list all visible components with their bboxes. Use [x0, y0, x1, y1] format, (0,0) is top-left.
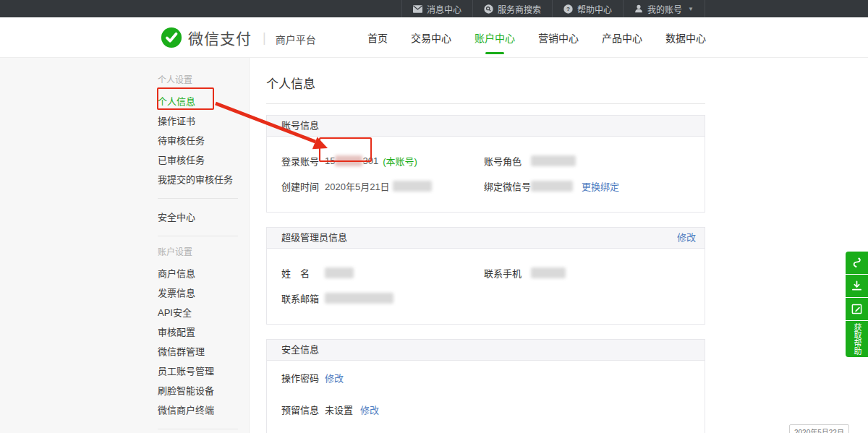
my-account-menu[interactable]: 我的账号 ▼	[623, 0, 705, 17]
section-title: 安全信息	[281, 340, 319, 360]
bound-wechat-label: 绑定微信号	[484, 179, 531, 193]
nav-home[interactable]: 首页	[366, 27, 389, 48]
wechat-pay-logo-icon	[161, 27, 182, 48]
created-date: 2020年5月21日	[325, 179, 390, 193]
link-icon	[851, 257, 862, 269]
redacted-contact-email	[325, 293, 393, 304]
topbar-item-label: 帮助中心	[577, 3, 612, 15]
nav-product-center[interactable]: 产品中心	[600, 27, 644, 48]
brand-separator: |	[263, 30, 266, 46]
sidebar-item-pending-review-tasks[interactable]: 待审核任务	[158, 131, 238, 150]
sidebar-item-operation-certificate[interactable]: 操作证书	[158, 111, 238, 131]
operation-password-label: 操作密码	[281, 372, 325, 385]
svg-text:?: ?	[566, 6, 570, 12]
nav-transaction-center[interactable]: 交易中心	[409, 27, 453, 48]
redacted-contact-phone	[531, 267, 566, 278]
current-account-tag: (本账号)	[383, 154, 417, 168]
redacted-login-middle	[335, 155, 362, 166]
quick-link-button[interactable]	[846, 252, 868, 274]
sidebar-item-wechat-group-management[interactable]: 微信群管理	[158, 342, 238, 361]
change-binding-link[interactable]: 更换绑定	[582, 179, 619, 193]
contact-email-label: 联系邮箱	[281, 291, 325, 305]
main-nav: 首页 交易中心 账户中心 营销中心 产品中心 数据中心	[366, 17, 707, 58]
service-provider-search-button[interactable]: 服务商搜索	[472, 0, 552, 17]
brand-name: 微信支付	[188, 27, 252, 48]
get-help-button[interactable]: 获取帮助	[846, 321, 868, 357]
download-button[interactable]	[846, 275, 868, 297]
header: 微信支付 | 商户平台 首页 交易中心 账户中心 营销中心 产品中心 数据中心	[0, 17, 868, 58]
page-title: 个人信息	[266, 74, 705, 92]
super-admin-section: 超级管理员信息 修改 姓 名 联系手机	[266, 227, 705, 325]
login-account-prefix: 15	[325, 155, 335, 166]
main-content: 个人信息 账号信息 登录账号 15301 (本账号)	[250, 58, 868, 433]
account-role-label: 账号角色	[484, 154, 531, 168]
brand[interactable]: 微信支付 | 商户平台	[161, 27, 316, 48]
title-divider	[266, 103, 705, 104]
get-help-label: 获取帮助	[846, 323, 868, 355]
sidebar-group-personal-settings: 个人设置	[158, 73, 238, 85]
section-title: 超级管理员信息	[281, 228, 347, 248]
reserved-info-label: 预留信息	[281, 404, 325, 417]
user-icon	[634, 4, 643, 13]
date-chip: 2020年5月22日	[789, 424, 849, 433]
sidebar-group-account-settings: 账户设置	[158, 245, 238, 257]
portal-name: 商户平台	[276, 30, 316, 46]
topbar-item-label: 服务商搜索	[498, 3, 541, 15]
topbar: 消息中心 服务商搜索 ? 帮助中心 我的账号 ▼	[0, 0, 868, 17]
redacted-account-role	[531, 155, 576, 166]
reserved-info-status: 未设置	[325, 404, 353, 417]
section-title: 账号信息	[281, 116, 319, 136]
edit-password-link[interactable]: 修改	[325, 372, 344, 385]
sidebar-item-security-center[interactable]: 安全中心	[158, 207, 238, 227]
nav-marketing-center[interactable]: 营销中心	[537, 27, 580, 48]
login-account-label: 登录账号	[281, 154, 325, 168]
sidebar-item-face-smart-device[interactable]: 刷脸智能设备	[158, 381, 238, 400]
edit-icon	[851, 304, 862, 314]
created-time-label: 创建时间	[281, 179, 325, 193]
help-icon: ?	[563, 4, 573, 14]
redacted-created-detail	[393, 181, 432, 192]
edit-admin-link[interactable]: 修改	[677, 228, 696, 248]
nav-data-center[interactable]: 数据中心	[664, 27, 707, 48]
edit-reserved-info-link[interactable]: 修改	[360, 404, 379, 417]
sidebar-divider	[158, 198, 238, 199]
mail-icon	[413, 5, 422, 13]
login-account-suffix: 301	[362, 155, 378, 166]
sidebar-item-merchant-info[interactable]: 商户信息	[158, 264, 238, 283]
chevron-down-icon: ▼	[688, 6, 694, 12]
nav-account-center[interactable]: 账户中心	[473, 27, 516, 48]
security-info-section: 安全信息 操作密码 修改 预留信息 未设置 修改 预留信息是由你自己设置的一段文…	[266, 339, 705, 433]
topbar-item-label: 消息中心	[427, 3, 461, 15]
redacted-wechat-id	[531, 181, 573, 192]
topbar-item-label: 我的账号	[647, 3, 682, 15]
search-icon	[484, 4, 493, 14]
sidebar-item-wechat-merchant-terminal[interactable]: 微信商户终端	[158, 400, 238, 420]
sidebar-divider	[158, 429, 238, 429]
admin-name-label: 姓 名	[281, 266, 325, 280]
account-info-section: 账号信息 登录账号 15301 (本账号) 账号角色	[266, 115, 705, 213]
contact-phone-label: 联系手机	[484, 266, 531, 280]
sidebar-divider	[158, 236, 238, 236]
sidebar-item-personal-info[interactable]: 个人信息	[158, 92, 238, 111]
login-account-value: 15301 (本账号)	[325, 154, 417, 168]
sidebar-item-reviewed-tasks[interactable]: 已审核任务	[158, 150, 238, 170]
sidebar-item-api-security[interactable]: API安全	[158, 303, 238, 322]
sidebar: 个人设置 个人信息 操作证书 待审核任务 已审核任务 我提交的审核任务 安全中心…	[0, 58, 250, 433]
sidebar-item-my-submitted-review-tasks[interactable]: 我提交的审核任务	[158, 170, 238, 189]
sidebar-item-staff-account-management[interactable]: 员工账号管理	[158, 361, 238, 381]
sidebar-item-review-config[interactable]: 审核配置	[158, 322, 238, 342]
helper-toolbar: 获取帮助	[846, 252, 868, 358]
feedback-button[interactable]	[846, 298, 868, 320]
help-center-button[interactable]: ? 帮助中心	[552, 0, 623, 17]
message-center-button[interactable]: 消息中心	[401, 0, 472, 17]
created-time-value: 2020年5月21日	[325, 179, 432, 193]
sidebar-item-invoice-info[interactable]: 发票信息	[158, 283, 238, 303]
redacted-admin-name	[325, 267, 354, 278]
download-icon	[851, 280, 862, 291]
topbar-menu: 消息中心 服务商搜索 ? 帮助中心 我的账号 ▼	[401, 0, 705, 17]
